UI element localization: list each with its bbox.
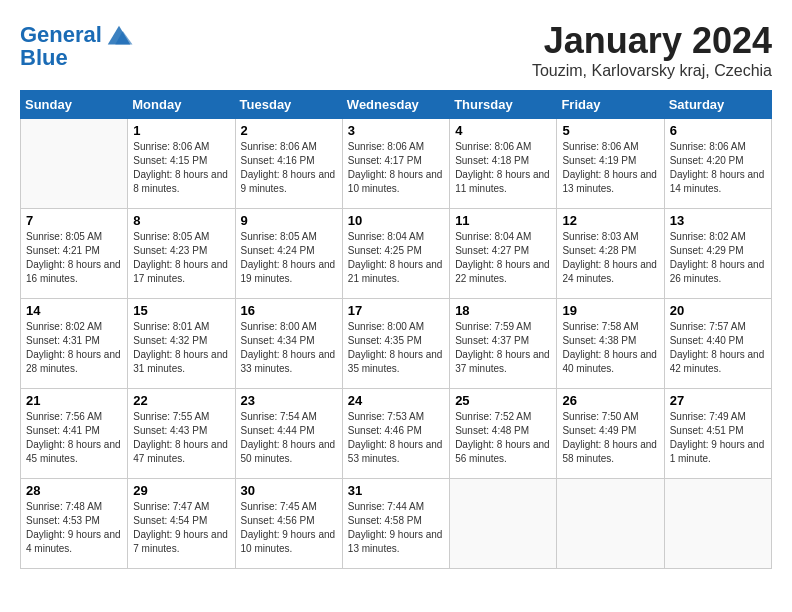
day-info: Sunrise: 8:04 AMSunset: 4:25 PMDaylight:… [348,230,444,286]
day-cell: 4Sunrise: 8:06 AMSunset: 4:18 PMDaylight… [450,119,557,209]
day-number: 2 [241,123,337,138]
day-number: 19 [562,303,658,318]
day-cell: 21Sunrise: 7:56 AMSunset: 4:41 PMDayligh… [21,389,128,479]
day-cell [664,479,771,569]
day-cell: 29Sunrise: 7:47 AMSunset: 4:54 PMDayligh… [128,479,235,569]
logo: General Blue [20,20,134,70]
day-info: Sunrise: 7:45 AMSunset: 4:56 PMDaylight:… [241,500,337,556]
day-info: Sunrise: 8:06 AMSunset: 4:20 PMDaylight:… [670,140,766,196]
day-cell: 10Sunrise: 8:04 AMSunset: 4:25 PMDayligh… [342,209,449,299]
day-info: Sunrise: 7:56 AMSunset: 4:41 PMDaylight:… [26,410,122,466]
week-row-5: 28Sunrise: 7:48 AMSunset: 4:53 PMDayligh… [21,479,772,569]
day-number: 10 [348,213,444,228]
day-info: Sunrise: 8:06 AMSunset: 4:19 PMDaylight:… [562,140,658,196]
day-cell: 13Sunrise: 8:02 AMSunset: 4:29 PMDayligh… [664,209,771,299]
weekday-header-monday: Monday [128,91,235,119]
day-cell: 6Sunrise: 8:06 AMSunset: 4:20 PMDaylight… [664,119,771,209]
weekday-header-sunday: Sunday [21,91,128,119]
day-number: 16 [241,303,337,318]
day-info: Sunrise: 8:05 AMSunset: 4:21 PMDaylight:… [26,230,122,286]
weekday-header-wednesday: Wednesday [342,91,449,119]
day-number: 13 [670,213,766,228]
day-number: 26 [562,393,658,408]
day-number: 28 [26,483,122,498]
day-number: 6 [670,123,766,138]
weekday-header-thursday: Thursday [450,91,557,119]
day-cell: 15Sunrise: 8:01 AMSunset: 4:32 PMDayligh… [128,299,235,389]
day-number: 22 [133,393,229,408]
day-number: 23 [241,393,337,408]
day-info: Sunrise: 7:47 AMSunset: 4:54 PMDaylight:… [133,500,229,556]
day-info: Sunrise: 7:58 AMSunset: 4:38 PMDaylight:… [562,320,658,376]
day-info: Sunrise: 7:44 AMSunset: 4:58 PMDaylight:… [348,500,444,556]
weekday-header-friday: Friday [557,91,664,119]
day-cell: 31Sunrise: 7:44 AMSunset: 4:58 PMDayligh… [342,479,449,569]
day-number: 14 [26,303,122,318]
day-info: Sunrise: 7:55 AMSunset: 4:43 PMDaylight:… [133,410,229,466]
day-cell [557,479,664,569]
day-info: Sunrise: 7:50 AMSunset: 4:49 PMDaylight:… [562,410,658,466]
day-cell: 1Sunrise: 8:06 AMSunset: 4:15 PMDaylight… [128,119,235,209]
day-info: Sunrise: 8:06 AMSunset: 4:16 PMDaylight:… [241,140,337,196]
day-info: Sunrise: 8:01 AMSunset: 4:32 PMDaylight:… [133,320,229,376]
day-info: Sunrise: 8:02 AMSunset: 4:29 PMDaylight:… [670,230,766,286]
location-subtitle: Touzim, Karlovarsky kraj, Czechia [532,62,772,80]
day-cell: 2Sunrise: 8:06 AMSunset: 4:16 PMDaylight… [235,119,342,209]
day-info: Sunrise: 8:06 AMSunset: 4:17 PMDaylight:… [348,140,444,196]
day-number: 18 [455,303,551,318]
day-cell: 25Sunrise: 7:52 AMSunset: 4:48 PMDayligh… [450,389,557,479]
week-row-1: 1Sunrise: 8:06 AMSunset: 4:15 PMDaylight… [21,119,772,209]
day-number: 27 [670,393,766,408]
day-cell: 8Sunrise: 8:05 AMSunset: 4:23 PMDaylight… [128,209,235,299]
day-cell: 19Sunrise: 7:58 AMSunset: 4:38 PMDayligh… [557,299,664,389]
day-number: 29 [133,483,229,498]
logo-icon [104,20,134,50]
day-cell: 20Sunrise: 7:57 AMSunset: 4:40 PMDayligh… [664,299,771,389]
day-cell: 14Sunrise: 8:02 AMSunset: 4:31 PMDayligh… [21,299,128,389]
day-info: Sunrise: 8:04 AMSunset: 4:27 PMDaylight:… [455,230,551,286]
day-number: 11 [455,213,551,228]
day-cell: 3Sunrise: 8:06 AMSunset: 4:17 PMDaylight… [342,119,449,209]
logo-general: General [20,22,102,47]
day-number: 21 [26,393,122,408]
day-number: 17 [348,303,444,318]
day-number: 5 [562,123,658,138]
day-info: Sunrise: 8:05 AMSunset: 4:23 PMDaylight:… [133,230,229,286]
weekday-header-row: SundayMondayTuesdayWednesdayThursdayFrid… [21,91,772,119]
week-row-4: 21Sunrise: 7:56 AMSunset: 4:41 PMDayligh… [21,389,772,479]
day-cell: 5Sunrise: 8:06 AMSunset: 4:19 PMDaylight… [557,119,664,209]
day-number: 15 [133,303,229,318]
day-number: 25 [455,393,551,408]
calendar-table: SundayMondayTuesdayWednesdayThursdayFrid… [20,90,772,569]
day-cell [450,479,557,569]
day-info: Sunrise: 7:53 AMSunset: 4:46 PMDaylight:… [348,410,444,466]
week-row-3: 14Sunrise: 8:02 AMSunset: 4:31 PMDayligh… [21,299,772,389]
day-number: 9 [241,213,337,228]
day-cell: 26Sunrise: 7:50 AMSunset: 4:49 PMDayligh… [557,389,664,479]
day-cell: 11Sunrise: 8:04 AMSunset: 4:27 PMDayligh… [450,209,557,299]
day-info: Sunrise: 7:59 AMSunset: 4:37 PMDaylight:… [455,320,551,376]
day-cell: 24Sunrise: 7:53 AMSunset: 4:46 PMDayligh… [342,389,449,479]
logo-blue: Blue [20,46,68,70]
day-number: 4 [455,123,551,138]
logo-text: General [20,23,102,47]
page-header: General Blue January 2024 Touzim, Karlov… [20,20,772,80]
day-info: Sunrise: 8:06 AMSunset: 4:18 PMDaylight:… [455,140,551,196]
day-cell: 7Sunrise: 8:05 AMSunset: 4:21 PMDaylight… [21,209,128,299]
day-number: 8 [133,213,229,228]
day-cell: 27Sunrise: 7:49 AMSunset: 4:51 PMDayligh… [664,389,771,479]
day-info: Sunrise: 8:05 AMSunset: 4:24 PMDaylight:… [241,230,337,286]
day-info: Sunrise: 7:49 AMSunset: 4:51 PMDaylight:… [670,410,766,466]
day-info: Sunrise: 7:57 AMSunset: 4:40 PMDaylight:… [670,320,766,376]
day-cell: 30Sunrise: 7:45 AMSunset: 4:56 PMDayligh… [235,479,342,569]
day-number: 24 [348,393,444,408]
day-info: Sunrise: 7:52 AMSunset: 4:48 PMDaylight:… [455,410,551,466]
day-info: Sunrise: 8:03 AMSunset: 4:28 PMDaylight:… [562,230,658,286]
day-cell: 9Sunrise: 8:05 AMSunset: 4:24 PMDaylight… [235,209,342,299]
day-cell: 16Sunrise: 8:00 AMSunset: 4:34 PMDayligh… [235,299,342,389]
day-number: 1 [133,123,229,138]
day-number: 12 [562,213,658,228]
day-cell [21,119,128,209]
day-info: Sunrise: 8:02 AMSunset: 4:31 PMDaylight:… [26,320,122,376]
day-info: Sunrise: 7:48 AMSunset: 4:53 PMDaylight:… [26,500,122,556]
